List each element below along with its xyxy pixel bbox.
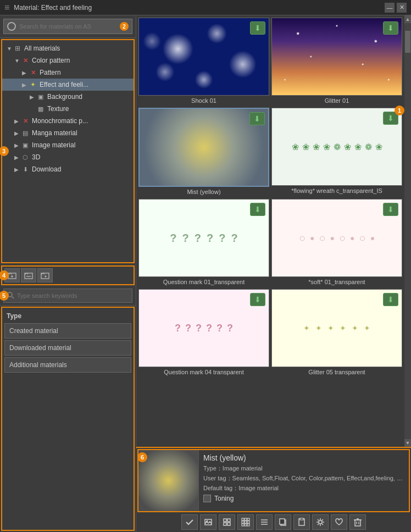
folder-open-icon [24, 271, 33, 280]
tree-item-effect-feeling[interactable]: ▶ ✦ Effect and feeli... [2, 79, 134, 91]
tree-item-color-pattern[interactable]: ▼ ✕ Color pattern [2, 54, 134, 66]
tree-label-manga: Manga material [32, 129, 77, 137]
close-button[interactable]: ✕ [397, 3, 407, 13]
svg-rect-22 [247, 524, 249, 526]
material-item-shock01[interactable]: ⬇ Shock 01 [138, 18, 269, 106]
bottom-toolbar [136, 512, 411, 532]
list-button[interactable] [256, 514, 273, 530]
tree-item-texture[interactable]: ▩ Texture [2, 103, 134, 115]
vertical-scrollbar[interactable]: ▲ ▼ [404, 15, 411, 447]
material-thumb: ❀ ❀ ❀ ❀ ❁ ❀ ❀ ❁ ❀ [272, 108, 402, 185]
question-mark: ? [216, 323, 223, 334]
edit-button[interactable] [37, 268, 53, 282]
grid2-button[interactable] [219, 514, 235, 530]
settings-button[interactable] [312, 514, 329, 530]
soft-decoration: ● [330, 234, 335, 242]
heart-icon [335, 518, 343, 527]
material-name: Question mark 01_transparent [138, 277, 269, 287]
question-mark: ? [185, 323, 191, 334]
grid-icon: ⊞ [13, 44, 22, 53]
keyword-search-area: 5 [0, 286, 136, 306]
scroll-thumb[interactable] [405, 31, 410, 53]
download-cloud-icon[interactable]: ⬇ [250, 203, 265, 216]
toning-checkbox[interactable] [203, 495, 211, 502]
grid3-button[interactable] [237, 514, 254, 530]
toning-row: Toning [203, 495, 404, 502]
thumb-wrapper: ? ? ? ? ? ? ⬇ [138, 199, 269, 277]
tree-item-image[interactable]: ▶ ▣ Image material [2, 139, 134, 151]
tree-item-3d[interactable]: ▶ ⬡ 3D [2, 151, 134, 163]
soft-decoration: ○ [339, 232, 346, 245]
grid3x3-icon [241, 518, 250, 527]
thumb-wrapper: ✦ ✦ ✦ ✦ ✦ ✦ ⬇ [271, 289, 402, 367]
tree-item-monochromatic[interactable]: ▶ ✕ Monochromatic p... [2, 115, 134, 127]
question-mark: ? [195, 232, 201, 245]
material-item-soft01[interactable]: ○ ● ○ ● ○ ● ○ ● [271, 199, 402, 287]
flower-decoration: ❀ [302, 142, 309, 152]
svg-point-30 [319, 520, 322, 524]
trash-button[interactable] [349, 514, 366, 530]
tree-item-all-materials[interactable]: ▼ ⊞ All materials [2, 42, 134, 54]
download-cloud-icon[interactable]: ⬇ [249, 112, 265, 125]
expand-arrow: ▼ [14, 58, 21, 64]
check-icon [185, 518, 194, 527]
soft-decoration: ● [350, 234, 354, 242]
settings-gear-icon [316, 518, 325, 527]
list-icon [260, 518, 269, 527]
copy-button[interactable] [275, 514, 291, 530]
material-toolbar-strip [1, 265, 135, 285]
check-button[interactable] [181, 514, 198, 530]
question-mark: ? [219, 232, 225, 245]
question-mark: ? [196, 323, 202, 334]
material-name: Mist (yellow) [138, 187, 269, 197]
minimize-button[interactable]: — [385, 3, 395, 13]
material-item-question01[interactable]: ? ? ? ? ? ? ⬇ Quest [138, 199, 269, 287]
tree-item-manga[interactable]: ▶ ▤ Manga material [2, 127, 134, 139]
title-bar-controls[interactable]: — ✕ [385, 3, 407, 13]
filter-additional-button[interactable]: Additional materials [4, 357, 131, 373]
tree-item-background[interactable]: ▶ ▣ Background [2, 91, 134, 103]
question-mark: ? [170, 232, 176, 245]
download-cloud-icon[interactable]: ⬇ [250, 293, 265, 306]
folder-new-icon [8, 271, 16, 280]
filter-downloaded-button[interactable]: Downloaded material [4, 340, 131, 356]
material-tree: ▼ ⊞ All materials ▼ ✕ Color pattern ▶ ✕ … [1, 39, 135, 263]
filter-created-button[interactable]: Created material [4, 323, 131, 339]
svg-rect-15 [245, 518, 247, 520]
svg-rect-19 [247, 521, 249, 523]
heart-button[interactable] [331, 514, 347, 530]
title-bar: ≡ Material: Effect and feeling — ✕ [0, 0, 411, 15]
scroll-down-arrow[interactable]: ▼ [404, 439, 411, 447]
bottom-material-preview [138, 450, 199, 511]
material-item-glitter05[interactable]: ✦ ✦ ✦ ✦ ✦ ✦ ⬇ Glitt [271, 289, 402, 377]
soft-decoration: ● [370, 234, 375, 242]
download-cloud-icon[interactable]: ⬇ [383, 203, 398, 216]
tree-item-pattern[interactable]: ▶ ✕ Pattern [2, 66, 134, 79]
material-item-mist-yellow[interactable]: ⬇ Mist (yellow) [138, 108, 269, 197]
material-search-input[interactable] [19, 23, 116, 30]
image-button[interactable] [200, 514, 216, 530]
expand-arrow: ▶ [14, 130, 21, 136]
download-icon: ⬇ [21, 165, 30, 174]
scroll-up-arrow[interactable]: ▲ [404, 15, 411, 23]
flower-decoration: ❀ [354, 142, 362, 152]
download-cloud-icon[interactable]: ⬇ [250, 21, 265, 35]
tree-label-image: Image material [32, 141, 75, 149]
download-cloud-icon[interactable]: ⬇ [383, 21, 398, 35]
question-mark: ? [182, 232, 189, 245]
tree-label-download: Download [32, 165, 61, 173]
download-cloud-icon[interactable]: ⬇ [383, 293, 398, 306]
tree-item-download[interactable]: ▶ ⬇ Download [2, 163, 134, 175]
material-item-flowing-wreath[interactable]: 1 ❀ ❀ ❀ ❀ ❁ ❀ ❀ ❁ [271, 108, 402, 197]
folder-open-button[interactable] [21, 268, 36, 282]
toning-label: Toning [214, 495, 234, 502]
filter-type-label: Type [4, 310, 131, 323]
toolbar-strip-area: 4 [0, 264, 136, 286]
question-mark: ? [227, 323, 233, 334]
keyword-search-input[interactable] [17, 292, 129, 299]
material-item-glitter01[interactable]: ⬇ Glitter 01 [271, 18, 402, 106]
flower-decoration: ❁ [365, 142, 372, 152]
paste-button[interactable] [293, 514, 310, 530]
material-item-question04[interactable]: ? ? ? ? ? ? ⬇ Quest [138, 289, 269, 377]
flower-decoration: ❁ [334, 142, 341, 152]
